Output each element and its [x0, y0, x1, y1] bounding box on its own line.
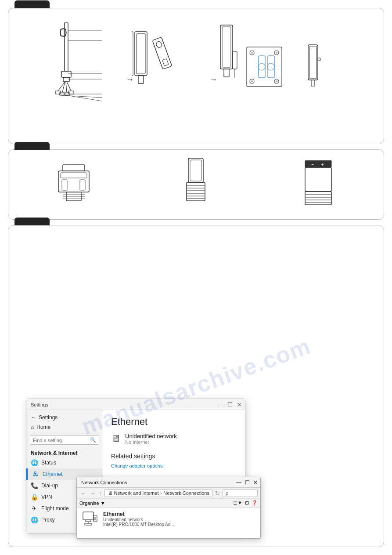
- sidebar-back-button[interactable]: ← Settings: [26, 413, 103, 422]
- minimize-button[interactable]: —: [218, 402, 223, 408]
- svg-rect-23: [138, 76, 144, 83]
- help-icon[interactable]: ❓: [252, 500, 258, 506]
- svg-point-44: [276, 80, 277, 82]
- svg-rect-62: [188, 158, 203, 182]
- netconn-back[interactable]: ←: [79, 490, 87, 497]
- related-settings-title: Related settings: [111, 453, 237, 460]
- svg-point-25: [155, 41, 162, 48]
- panel-2: − +: [8, 149, 384, 220]
- svg-point-40: [276, 52, 277, 54]
- settings-window-controls: — ❐ ✕: [218, 402, 241, 408]
- netconn-refresh[interactable]: ↻: [214, 490, 221, 497]
- svg-rect-63: [190, 160, 201, 181]
- svg-text:→: →: [209, 75, 217, 84]
- svg-line-8: [67, 82, 71, 91]
- svg-rect-34: [233, 51, 237, 69]
- settings-title: Settings: [31, 402, 48, 407]
- svg-rect-56: [62, 180, 67, 190]
- panel-3: manualsarchive.com Settings — ❐ ✕ ← Sett…: [8, 225, 384, 547]
- svg-point-47: [258, 63, 265, 70]
- proxy-label: Proxy: [41, 517, 55, 523]
- svg-point-38: [251, 52, 253, 54]
- organise-button[interactable]: Organise ▼: [79, 501, 105, 506]
- sidebar-search-box[interactable]: 🔍: [30, 435, 99, 445]
- netconn-minimize[interactable]: —: [236, 479, 241, 486]
- svg-line-7: [66, 82, 67, 92]
- panel-2-tab: [14, 142, 50, 150]
- adapter-icon-svg: [81, 511, 99, 527]
- netconn-title: Network Connections: [81, 480, 127, 485]
- svg-rect-46: [268, 56, 274, 78]
- svg-rect-52: [318, 58, 320, 61]
- adapter-name: Ethernet: [103, 511, 174, 517]
- layout-icon[interactable]: ⊡: [245, 500, 249, 506]
- svg-rect-0: [65, 23, 68, 71]
- svg-rect-81: [86, 520, 91, 522]
- sidebar-item-status[interactable]: 🌐 Status: [26, 457, 103, 468]
- close-button[interactable]: ✕: [237, 402, 241, 408]
- svg-rect-2: [61, 29, 66, 36]
- netconn-close[interactable]: ✕: [253, 479, 258, 486]
- network-name: Unidentified network: [125, 433, 177, 439]
- panel-3-tab: [14, 218, 50, 225]
- svg-point-48: [267, 63, 274, 70]
- path-segment-1: Network and Internet ›: [114, 490, 162, 496]
- panel-1-tab: [14, 0, 50, 8]
- svg-rect-80: [83, 512, 94, 520]
- svg-rect-53: [63, 165, 85, 171]
- adapter-hardware: Intel(R) PRO/1000 MT Desktop Ad...: [103, 522, 174, 527]
- svg-rect-83: [85, 523, 92, 525]
- vpn-label: VPN: [41, 494, 52, 500]
- svg-line-19: [67, 95, 102, 101]
- ethernet-info: Unidentified network No Internet: [125, 433, 177, 445]
- svg-rect-22: [137, 33, 145, 74]
- svg-rect-3: [61, 71, 71, 77]
- svg-rect-64: [187, 182, 205, 201]
- view-icon[interactable]: ☰▼: [233, 500, 242, 506]
- svg-rect-84: [94, 515, 97, 522]
- connector-2-svg: [180, 158, 211, 211]
- change-adapter-options-link[interactable]: Change adapter options: [111, 463, 162, 468]
- sidebar-home-item[interactable]: ⌂ Home: [26, 422, 103, 434]
- netconn-titlebar: Network Connections — ☐ ✕: [77, 477, 260, 488]
- svg-rect-74: [305, 167, 331, 192]
- connector-2: [135, 158, 257, 211]
- adapter-item: Ethernet Unidentified network Intel(R) P…: [81, 511, 256, 527]
- svg-rect-26: [162, 59, 168, 66]
- svg-text:−: −: [311, 162, 314, 167]
- adapter-status: Unidentified network: [103, 517, 174, 522]
- svg-rect-24: [152, 37, 172, 69]
- svg-rect-57: [80, 180, 85, 190]
- search-icon: 🔍: [90, 437, 96, 443]
- vpn-icon: 🔒: [31, 493, 38, 501]
- maximize-button[interactable]: ❐: [228, 402, 233, 408]
- svg-rect-4: [63, 77, 69, 82]
- home-icon: ⌂: [31, 424, 34, 430]
- flight-mode-icon: ✈: [31, 505, 38, 512]
- status-icon: 🌐: [31, 459, 38, 466]
- svg-point-1: [60, 29, 66, 36]
- settings-back-label: Settings: [39, 414, 58, 421]
- adapter-icon: [81, 511, 99, 527]
- flight-mode-label: Flight mode: [41, 505, 69, 511]
- connector-3-svg: − +: [301, 160, 336, 209]
- svg-point-42: [251, 80, 253, 82]
- netconn-forward[interactable]: →: [89, 490, 96, 497]
- connector-1: [13, 160, 135, 209]
- svg-text:+: +: [321, 162, 324, 167]
- svg-rect-32: [222, 27, 231, 67]
- network-status: No Internet: [125, 439, 177, 445]
- back-icon: ←: [31, 414, 36, 421]
- netconn-up[interactable]: ↑: [98, 490, 103, 497]
- network-connections-window: Network Connections — ☐ ✕ ← → ↑ 🖥 Networ…: [76, 477, 261, 539]
- dialup-label: Dial-up: [41, 482, 58, 489]
- home-label: Home: [36, 424, 50, 430]
- hardware-diagram: → →: [32, 18, 361, 137]
- proxy-icon: 🌐: [31, 516, 38, 523]
- main-title: Ethernet: [111, 416, 237, 428]
- path-segment-2: Network Connections: [163, 490, 209, 496]
- search-input[interactable]: [33, 438, 90, 443]
- netconn-search-input[interactable]: [223, 489, 258, 497]
- netconn-maximize[interactable]: ☐: [245, 479, 250, 486]
- netconn-addressbar: ← → ↑ 🖥 Network and Internet › Network C…: [77, 488, 260, 499]
